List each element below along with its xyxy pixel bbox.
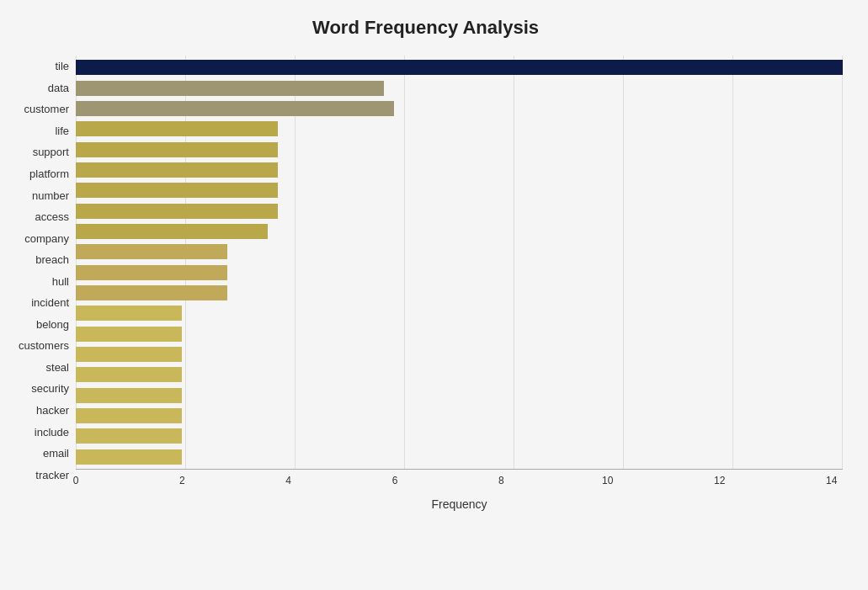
bar-row [76,57,843,77]
bar-row [76,242,843,262]
x-axis-label: 4 [285,475,291,486]
bar-row [76,139,843,159]
bar-row [76,364,843,385]
bar [76,408,182,423]
bar-row [76,77,843,98]
x-axis-label: 2 [179,475,185,486]
bars-region [76,56,843,469]
bar-row [76,323,843,343]
y-label: belong [36,319,69,330]
bar-row [76,119,843,139]
x-axis-labels: 02468101214 [76,475,843,486]
x-axis-title: Frequency [76,497,843,511]
y-label: hull [52,276,69,287]
bar [76,183,278,198]
bar [76,306,182,321]
bar [76,121,278,136]
bar [76,347,182,362]
bar [76,204,278,219]
y-label: email [43,448,69,459]
bar [76,367,182,382]
bar-row [76,262,843,282]
chart-area: tiledatacustomerlifesupportplatformnumbe… [8,56,843,511]
bar-row [76,344,843,364]
bar [76,101,394,116]
y-label: data [48,82,69,93]
bar-row [76,283,843,303]
bars-and-xaxis: 02468101214 Frequency [76,56,843,511]
x-axis-label: 10 [602,475,613,486]
bar-row [76,180,843,200]
x-axis-label: 14 [826,475,837,486]
y-label: support [33,146,69,157]
y-label: platform [29,168,69,179]
y-label: tracker [35,470,69,481]
bar [76,142,278,157]
y-label: customers [19,340,69,351]
bar-row [76,160,843,180]
bars-wrapper [76,56,843,469]
bar-row [76,426,843,446]
bar [76,60,843,75]
chart-container: Word Frequency Analysis tiledatacustomer… [0,0,868,590]
bar-row [76,221,843,242]
bar [76,224,268,239]
y-axis-labels: tiledatacustomerlifesupportplatformnumbe… [8,56,76,511]
y-label: life [55,125,69,136]
bar [76,388,182,403]
bar-row [76,98,843,119]
y-label: breach [35,254,69,265]
x-axis-label: 0 [73,475,79,486]
x-axis-label: 8 [498,475,504,486]
bar [76,285,227,300]
bar [76,244,227,259]
y-label: access [35,211,69,222]
y-label: incident [31,297,69,308]
bar-row [76,406,843,426]
x-axis-label: 12 [714,475,725,486]
bar [76,265,227,280]
y-label: number [32,190,69,201]
y-label: customer [24,104,69,114]
x-axis-label: 6 [392,475,398,486]
bar [76,449,182,465]
chart-title: Word Frequency Analysis [8,17,843,39]
y-label: tile [55,61,69,72]
y-label: steal [46,362,69,373]
bar-row [76,303,843,323]
bar [76,162,278,178]
bar [76,428,182,444]
bar-row [76,385,843,406]
bar [76,81,384,96]
y-label: include [35,427,69,438]
y-label: security [31,383,69,394]
x-axis: 02468101214 [76,469,843,494]
bar [76,327,182,342]
bar-row [76,200,843,221]
bar-row [76,447,843,467]
y-label: company [24,233,69,244]
y-label: hacker [36,405,69,416]
